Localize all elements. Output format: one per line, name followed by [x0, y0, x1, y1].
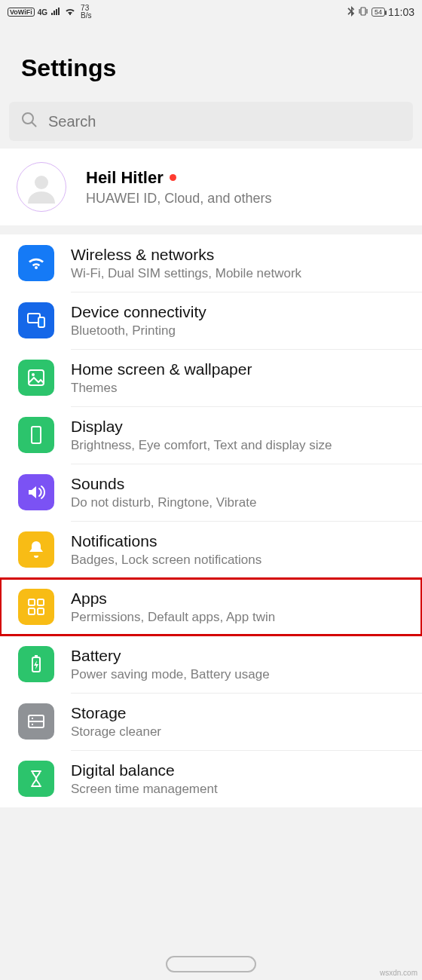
item-sub: Do not disturb, Ringtone, Vibrate — [71, 495, 410, 510]
account-name: Heil Hitler — [86, 168, 271, 188]
bluetooth-icon — [347, 6, 355, 19]
svg-rect-13 — [35, 655, 38, 657]
status-bar: VoWiFi 4G 73 B/s 54 11:03 — [0, 0, 422, 24]
item-sub: Screen time management — [71, 782, 410, 797]
settings-item-battery[interactable]: BatteryPower saving mode, Battery usage — [0, 635, 422, 693]
item-title: Battery — [71, 647, 410, 665]
item-title: Apps — [71, 590, 410, 608]
settings-item-wireless-networks[interactable]: Wireless & networksWi-Fi, Dual SIM setti… — [0, 234, 422, 292]
item-sub: Permissions, Default apps, App twin — [71, 610, 410, 625]
item-text: SoundsDo not disturb, Ringtone, Vibrate — [71, 464, 422, 521]
account-sub: HUAWEI ID, Cloud, and others — [86, 191, 271, 207]
item-sub: Storage cleaner — [71, 724, 410, 740]
svg-rect-4 — [38, 317, 44, 327]
item-title: Home screen & wallpaper — [71, 360, 410, 378]
network-label: 4G — [38, 8, 47, 17]
display-icon — [18, 417, 54, 453]
vibrate-icon — [358, 6, 368, 19]
item-title: Wireless & networks — [71, 246, 410, 264]
item-title: Display — [71, 418, 410, 436]
svg-rect-7 — [32, 427, 41, 443]
search-input[interactable] — [48, 113, 401, 130]
item-title: Sounds — [71, 475, 410, 493]
settings-item-device-connectivity[interactable]: Device connectivityBluetooth, Printing — [0, 292, 422, 349]
svg-point-6 — [32, 373, 35, 376]
item-title: Device connectivity — [71, 303, 410, 321]
item-title: Notifications — [71, 532, 410, 550]
search-icon — [21, 112, 38, 131]
item-sub: Badges, Lock screen notifications — [71, 553, 410, 568]
item-text: Device connectivityBluetooth, Printing — [71, 292, 422, 349]
svg-rect-11 — [38, 608, 44, 614]
item-text: Digital balanceScreen time management — [71, 750, 422, 807]
svg-rect-0 — [361, 8, 365, 15]
item-sub: Power saving mode, Battery usage — [71, 667, 410, 682]
item-text: Wireless & networksWi-Fi, Dual SIM setti… — [71, 235, 422, 292]
settings-item-storage[interactable]: StorageStorage cleaner — [0, 693, 422, 750]
svg-rect-8 — [29, 599, 35, 605]
item-text: AppsPermissions, Default apps, App twin — [71, 578, 422, 635]
account-row[interactable]: Heil Hitler HUAWEI ID, Cloud, and others — [0, 149, 422, 225]
apps-icon — [18, 589, 54, 625]
net-speed: 73 B/s — [81, 5, 91, 20]
watermark: wsxdn.com — [380, 969, 417, 977]
settings-item-sounds[interactable]: SoundsDo not disturb, Ringtone, Vibrate — [0, 464, 422, 521]
item-text: BatteryPower saving mode, Battery usage — [71, 635, 422, 693]
item-sub: Bluetooth, Printing — [71, 323, 410, 338]
devices-icon — [18, 302, 54, 338]
item-sub: Wi-Fi, Dual SIM settings, Mobile network — [71, 266, 410, 281]
settings-item-digital-balance[interactable]: Digital balanceScreen time management — [0, 750, 422, 807]
settings-item-home-screen-wallpaper[interactable]: Home screen & wallpaperThemes — [0, 349, 422, 406]
svg-rect-10 — [29, 608, 35, 614]
item-text: Home screen & wallpaperThemes — [71, 349, 422, 406]
wallpaper-icon — [18, 360, 54, 396]
page-title: Settings — [21, 54, 401, 82]
item-text: DisplayBrightness, Eye comfort, Text and… — [71, 406, 422, 464]
clock-label: 11:03 — [388, 6, 414, 18]
svg-rect-9 — [38, 599, 44, 605]
hourglass-icon — [18, 761, 54, 797]
vowifi-badge: VoWiFi — [8, 8, 35, 17]
avatar — [17, 162, 66, 212]
svg-rect-5 — [29, 370, 44, 385]
search-box[interactable] — [9, 102, 413, 141]
settings-item-display[interactable]: DisplayBrightness, Eye comfort, Text and… — [0, 406, 422, 464]
sound-icon — [18, 474, 54, 510]
svg-point-2 — [35, 176, 48, 189]
battery-indicator: 54 — [372, 8, 385, 17]
settings-list: Wireless & networksWi-Fi, Dual SIM setti… — [0, 234, 422, 807]
item-title: Digital balance — [71, 761, 410, 779]
settings-item-apps[interactable]: AppsPermissions, Default apps, App twin — [0, 578, 422, 635]
header: Settings — [0, 24, 422, 102]
wifi-icon — [18, 245, 54, 281]
nav-pill[interactable] — [166, 956, 256, 972]
bell-icon — [18, 531, 54, 568]
item-title: Storage — [71, 704, 410, 722]
item-text: StorageStorage cleaner — [71, 693, 422, 750]
settings-item-notifications[interactable]: NotificationsBadges, Lock screen notific… — [0, 521, 422, 578]
notification-dot — [170, 174, 176, 181]
wifi-status-icon — [64, 7, 76, 18]
item-sub: Brightness, Eye comfort, Text and displa… — [71, 438, 410, 453]
storage-icon — [18, 703, 54, 740]
battery-icon — [18, 646, 54, 682]
item-text: NotificationsBadges, Lock screen notific… — [71, 521, 422, 578]
signal-icon — [50, 7, 61, 18]
item-sub: Themes — [71, 381, 410, 396]
